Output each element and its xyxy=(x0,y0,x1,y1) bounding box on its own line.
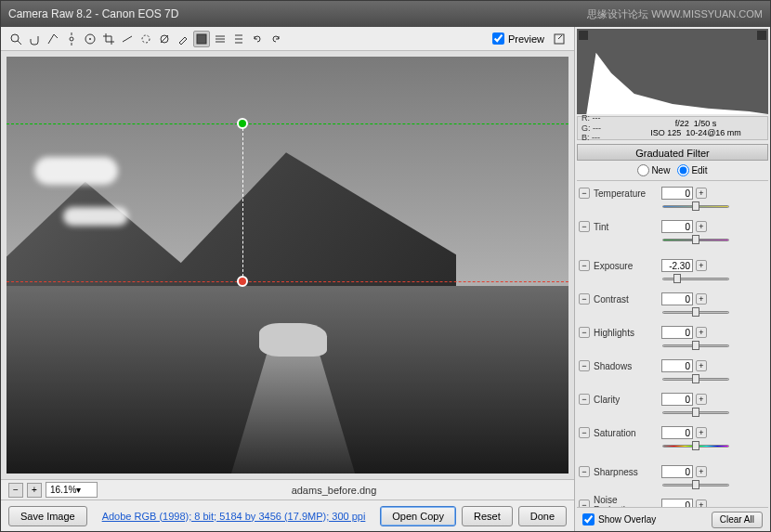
slider-minus-button[interactable]: − xyxy=(579,188,590,199)
highlight-clip-warning-icon[interactable] xyxy=(757,31,766,40)
slider-value-input[interactable] xyxy=(661,359,693,372)
slider-plus-button[interactable]: + xyxy=(696,394,707,405)
hand-tool-icon[interactable] xyxy=(26,31,43,47)
image-preview[interactable] xyxy=(7,57,568,474)
statusbar: − + 16.1% ▾ adams_before.dng xyxy=(1,479,574,500)
zoom-tool-icon[interactable] xyxy=(7,31,24,47)
slider-plus-button[interactable]: + xyxy=(696,293,707,305)
slider-track[interactable] xyxy=(662,201,729,213)
slider-minus-button[interactable]: − xyxy=(579,327,590,338)
slider-minus-button[interactable]: − xyxy=(579,260,590,271)
r-value: R: --- xyxy=(582,113,624,123)
gradient-connector xyxy=(242,123,243,282)
gradient-handle-end[interactable] xyxy=(237,276,248,287)
svg-rect-18 xyxy=(555,34,564,44)
watermark: 思缘设计论坛 WWW.MISSYUAN.COM xyxy=(587,7,763,21)
slider-plus-button[interactable]: + xyxy=(696,466,707,477)
shadow-clip-warning-icon[interactable] xyxy=(579,31,588,40)
slider-value-input[interactable] xyxy=(661,499,693,507)
slider-minus-button[interactable]: − xyxy=(579,500,590,507)
clear-all-button[interactable]: Clear All xyxy=(712,512,763,528)
histogram[interactable] xyxy=(577,29,768,114)
slider-track[interactable] xyxy=(662,341,729,352)
info-panel: R: --- G: --- B: --- f/22 1/50 s ISO 125… xyxy=(577,116,768,140)
spot-removal-tool-icon[interactable] xyxy=(137,31,154,47)
slider-minus-button[interactable]: − xyxy=(579,394,590,405)
rotate-cw-icon[interactable] xyxy=(268,31,284,47)
slider-tint: −Tint+ xyxy=(579,216,766,237)
zoom-in-button[interactable]: + xyxy=(27,483,42,498)
slider-label: Noise Reduction xyxy=(590,495,659,507)
slider-plus-button[interactable]: + xyxy=(696,500,707,507)
slider-track[interactable] xyxy=(662,441,729,452)
color-sampler-tool-icon[interactable] xyxy=(63,31,80,47)
white-balance-tool-icon[interactable] xyxy=(45,31,61,47)
slider-label: Tint xyxy=(590,222,659,232)
slider-plus-button[interactable]: + xyxy=(696,188,707,199)
slider-value-input[interactable] xyxy=(661,187,693,200)
slider-value-input[interactable] xyxy=(661,465,693,478)
redeye-tool-icon[interactable] xyxy=(156,31,173,47)
reset-button[interactable]: Reset xyxy=(462,506,513,526)
slider-value-input[interactable] xyxy=(661,326,693,339)
gradient-handle-start[interactable] xyxy=(237,118,248,129)
preview-checkbox[interactable]: Preview xyxy=(492,32,544,45)
slider-plus-button[interactable]: + xyxy=(696,427,707,438)
slider-shadows: −Shadows+ xyxy=(579,356,766,376)
slider-contrast: −Contrast+ xyxy=(579,289,766,309)
slider-value-input[interactable] xyxy=(661,220,693,233)
slider-track[interactable] xyxy=(662,374,729,385)
svg-point-0 xyxy=(11,34,19,42)
rotate-ccw-icon[interactable] xyxy=(249,31,266,47)
show-overlay-checkbox[interactable]: Show Overlay xyxy=(582,513,656,526)
mode-edit-radio[interactable]: Edit xyxy=(677,164,707,176)
zoom-out-button[interactable]: − xyxy=(8,483,23,498)
slider-minus-button[interactable]: − xyxy=(579,427,590,438)
svg-point-2 xyxy=(70,37,73,41)
slider-plus-button[interactable]: + xyxy=(696,360,707,371)
workflow-link[interactable]: Adobe RGB (1998); 8 bit; 5184 by 3456 (1… xyxy=(87,511,381,522)
slider-minus-button[interactable]: − xyxy=(579,360,590,371)
radial-filter-tool-icon[interactable] xyxy=(212,31,229,47)
slider-track[interactable] xyxy=(662,480,729,491)
gradient-line-start[interactable] xyxy=(7,123,568,124)
targeted-adjustment-tool-icon[interactable] xyxy=(82,31,98,47)
window-title: Camera Raw 8.2 - Canon EOS 7D xyxy=(8,7,178,20)
preferences-icon[interactable] xyxy=(230,31,247,47)
mode-new-radio[interactable]: New xyxy=(637,164,670,176)
fullscreen-icon[interactable] xyxy=(551,31,568,47)
slider-value-input[interactable] xyxy=(661,426,693,439)
slider-track[interactable] xyxy=(662,408,729,419)
svg-point-8 xyxy=(142,35,150,43)
slider-plus-button[interactable]: + xyxy=(696,221,707,232)
slider-track[interactable] xyxy=(662,235,729,246)
slider-value-input[interactable] xyxy=(661,393,693,406)
graduated-filter-tool-icon[interactable] xyxy=(193,31,210,47)
zoom-select[interactable]: 16.1% ▾ xyxy=(46,482,98,498)
mode-row: New Edit xyxy=(577,161,768,181)
right-panel: R: --- G: --- B: --- f/22 1/50 s ISO 125… xyxy=(575,27,770,531)
done-button[interactable]: Done xyxy=(518,506,567,526)
slider-track[interactable] xyxy=(662,307,729,318)
lens: 10-24@16 mm xyxy=(686,128,741,137)
crop-tool-icon[interactable] xyxy=(100,31,117,47)
svg-line-1 xyxy=(18,41,21,45)
slider-value-input[interactable] xyxy=(661,259,693,272)
slider-minus-button[interactable]: − xyxy=(579,221,590,232)
adjustment-brush-tool-icon[interactable] xyxy=(175,31,191,47)
slider-exposure: −Exposure+ xyxy=(579,255,766,276)
slider-minus-button[interactable]: − xyxy=(579,293,590,305)
straighten-tool-icon[interactable] xyxy=(119,31,136,47)
gradient-line-end[interactable] xyxy=(7,281,568,282)
slider-plus-button[interactable]: + xyxy=(696,327,707,338)
slider-label: Exposure xyxy=(590,261,659,271)
slider-plus-button[interactable]: + xyxy=(696,260,707,271)
bottombar: Save Image Adobe RGB (1998); 8 bit; 5184… xyxy=(1,500,574,531)
slider-label: Temperature xyxy=(590,188,659,199)
slider-track[interactable] xyxy=(662,274,729,285)
aperture: f/22 xyxy=(675,119,689,128)
save-image-button[interactable]: Save Image xyxy=(8,506,87,526)
slider-value-input[interactable] xyxy=(661,292,693,305)
open-copy-button[interactable]: Open Copy xyxy=(380,506,456,526)
slider-minus-button[interactable]: − xyxy=(579,466,590,477)
